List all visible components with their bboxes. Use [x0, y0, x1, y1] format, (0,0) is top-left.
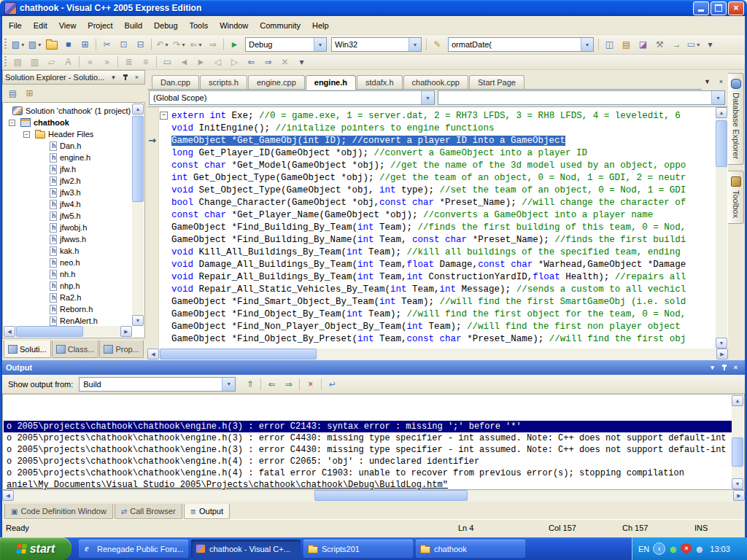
- standard-toolbar-options-button[interactable]: ▾: [703, 38, 718, 52]
- scroll-down-button[interactable]: ▼: [132, 315, 144, 326]
- redo-button[interactable]: ↷▾: [171, 38, 187, 52]
- tree-expander[interactable]: −: [23, 131, 30, 138]
- find-in-files-button[interactable]: ◫: [602, 38, 617, 52]
- output-hscrollbar[interactable]: ◀ ▶: [2, 490, 745, 502]
- show-all-files-button[interactable]: ⊞: [22, 87, 37, 101]
- navigate-backward-dropdown-arrow[interactable]: ▾: [199, 42, 202, 48]
- editor-tab-start-page[interactable]: Start Page: [469, 75, 525, 89]
- navigate-forward-button[interactable]: ⇒: [205, 38, 220, 52]
- scroll-up-button[interactable]: ▲: [132, 104, 144, 114]
- tree-item-ra2-h[interactable]: Ra2.h: [3, 292, 133, 303]
- paste-button[interactable]: ⊟: [133, 38, 148, 52]
- toggle-bookmark-button[interactable]: ▭: [160, 55, 175, 69]
- navigate-backward-button[interactable]: ⇐▾: [188, 38, 204, 52]
- output-content[interactable]: o 2005\projects\chathook\chathook\engine…: [2, 394, 745, 490]
- copy-button[interactable]: ⊡: [116, 38, 131, 52]
- tree-item-jfwobj-h[interactable]: jfwobj.h: [3, 222, 133, 233]
- new-project-button[interactable]: ▧▾: [10, 38, 26, 52]
- output-source-dropdown[interactable]: ▼: [222, 378, 235, 391]
- properties-window-button[interactable]: ▤: [619, 38, 634, 52]
- toggle-word-wrap-button[interactable]: ↵: [325, 377, 340, 391]
- clear-all-button[interactable]: ×: [303, 377, 318, 391]
- next-bookmark-in-document-button[interactable]: ⇒: [260, 55, 276, 69]
- restore-button[interactable]: [711, 1, 727, 15]
- scroll-right-button[interactable]: ▶: [733, 490, 745, 501]
- editor-tab-stdafx-h[interactable]: stdafx.h: [357, 75, 403, 89]
- menu-item-help[interactable]: Help: [306, 18, 335, 33]
- menu-item-file[interactable]: File: [3, 18, 28, 33]
- scroll-thumb[interactable]: [732, 438, 743, 467]
- scroll-right-button[interactable]: ▶: [120, 326, 132, 337]
- user-account-icon[interactable]: ☻: [694, 543, 705, 554]
- menu-item-build[interactable]: Build: [119, 18, 148, 33]
- panel-tab-class[interactable]: Class...: [52, 341, 99, 358]
- panel-tab-soluti[interactable]: Soluti...: [4, 341, 51, 358]
- other-windows-button[interactable]: ▭▾: [686, 38, 701, 52]
- solution-explorer-titlebar[interactable]: Solution Explorer - Solutio... ▾ ×: [2, 70, 145, 85]
- scroll-down-button[interactable]: ▼: [732, 478, 743, 489]
- scroll-thumb[interactable]: [314, 490, 468, 501]
- editor-tab-engine-h[interactable]: engine.h: [306, 75, 356, 90]
- menu-item-edit[interactable]: Edit: [28, 18, 53, 33]
- tree-item-jfw4-h[interactable]: jfw4.h: [3, 198, 133, 210]
- menu-item-community[interactable]: Community: [254, 18, 306, 33]
- members-combo-dropdown[interactable]: ▼: [711, 91, 724, 104]
- side-tab-toolbox[interactable]: Toolbox: [728, 171, 744, 224]
- auto-hide-pin-button[interactable]: [120, 72, 131, 82]
- tree-item-jfw2-h[interactable]: jfw2.h: [3, 175, 133, 187]
- editor-vscrollbar[interactable]: ▲ ▼: [716, 107, 727, 349]
- panel-tab-prop[interactable]: Prop...: [99, 341, 143, 358]
- output-line-4[interactable]: o 2005\projects\chathook\chathook\engine…: [7, 456, 732, 467]
- output-line-5[interactable]: o 2005\projects\chathook\chathook\engine…: [7, 467, 732, 479]
- tree-item-nhp-h[interactable]: nhp.h: [3, 280, 133, 292]
- add-new-item-dropdown-arrow[interactable]: ▾: [38, 42, 41, 48]
- output-line-3[interactable]: o 2005\projects\chathook\chathook\engine…: [7, 444, 732, 456]
- tree-item-jfwws-h[interactable]: jfwws.h: [3, 233, 133, 245]
- output-line-6[interactable]: aniel\My Documents\Visual Studio 2005\Pr…: [7, 479, 732, 489]
- save-all-button[interactable]: ⊞: [77, 38, 93, 52]
- solution-configurations-combo[interactable]: Debug▼: [245, 37, 327, 52]
- decrease-indent-button[interactable]: «: [82, 55, 98, 69]
- scroll-thumb[interactable]: [16, 326, 83, 337]
- tree-item-nh-h[interactable]: nh.h: [3, 268, 133, 280]
- output-vscrollbar[interactable]: ▲ ▼: [732, 395, 743, 489]
- tree-item-dan-h[interactable]: Dan.h: [3, 140, 133, 152]
- scroll-thumb[interactable]: [160, 349, 317, 359]
- scroll-up-button[interactable]: ▲: [716, 107, 727, 118]
- increase-indent-button[interactable]: »: [99, 55, 115, 69]
- solution-tree-hscrollbar[interactable]: ◀ ▶: [4, 326, 132, 337]
- save-button[interactable]: ■: [61, 38, 76, 52]
- scroll-down-button[interactable]: ▼: [716, 338, 727, 349]
- object-browser-button[interactable]: ◪: [635, 38, 651, 52]
- editor-tab-engine-cpp[interactable]: engine.cpp: [248, 75, 305, 89]
- taskbar-button-renegade-public-foru[interactable]: Renegade Public Foru...: [79, 540, 188, 558]
- previous-bookmark-in-folder-button[interactable]: ◁: [210, 55, 225, 69]
- tree-item-jfw3-h[interactable]: jfw3.h: [3, 187, 133, 198]
- find-combo[interactable]: ormatDate(▼: [448, 37, 594, 52]
- clear-bookmarks-button[interactable]: ✕: [277, 55, 293, 69]
- scroll-thumb[interactable]: [716, 120, 727, 167]
- menu-item-debug[interactable]: Debug: [148, 18, 183, 33]
- bottom-tab-output[interactable]: ≣Output: [184, 504, 230, 519]
- fold-margin[interactable]: −: [159, 107, 169, 349]
- indicator-margin[interactable]: →: [147, 107, 159, 349]
- undo-dropdown-arrow[interactable]: ▾: [166, 42, 169, 48]
- open-file-button[interactable]: [44, 38, 59, 52]
- messenger-icon[interactable]: ☻: [667, 543, 678, 554]
- solution-platforms-combo[interactable]: Win32▼: [331, 37, 422, 52]
- taskbar-button-scripts201[interactable]: Scripts201: [303, 540, 413, 558]
- editor-tab-scripts-h[interactable]: scripts.h: [200, 75, 247, 89]
- tree-item-reborn-h[interactable]: Reborn.h: [3, 303, 133, 315]
- toolbar-grip[interactable]: [4, 39, 7, 50]
- output-titlebar[interactable]: Output ▾ ×: [2, 360, 745, 375]
- find-symbol-button[interactable]: ✎: [430, 38, 445, 52]
- tree-item-kak-h[interactable]: kak.h: [3, 245, 133, 257]
- add-new-item-button[interactable]: ▨▾: [27, 38, 42, 52]
- solution-platforms-combo-dropdown[interactable]: ▼: [409, 38, 421, 51]
- tree-item-jfw-h[interactable]: jfw.h: [3, 163, 133, 175]
- code-editor[interactable]: → − extern int Exe; //0 = game.exe, 1 = …: [147, 106, 728, 349]
- members-combo[interactable]: ▼: [438, 90, 725, 105]
- toolbox-button[interactable]: ⚒: [652, 38, 667, 52]
- fold-collapse-box[interactable]: −: [160, 112, 168, 120]
- tree-expander[interactable]: −: [9, 120, 15, 126]
